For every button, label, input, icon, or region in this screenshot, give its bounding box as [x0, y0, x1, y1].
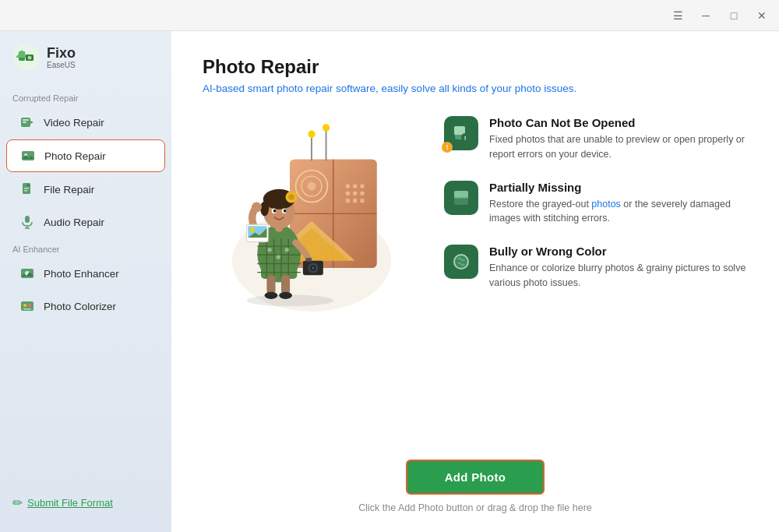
cannot-open-badge: !: [442, 142, 453, 153]
logo-text: Fixo EaseUS: [47, 46, 76, 70]
svg-point-87: [246, 294, 333, 306]
video-repair-label: Video Repair: [44, 117, 104, 129]
submit-icon: ✏: [12, 495, 23, 510]
section-corrupted-repair-label: Corrupted Repair: [0, 87, 171, 106]
sidebar-item-video-repair[interactable]: Video Repair: [6, 107, 165, 138]
svg-rect-10: [22, 151, 34, 160]
svg-text:!: !: [464, 135, 467, 142]
svg-point-36: [346, 192, 351, 196]
svg-point-74: [252, 203, 262, 213]
sidebar-item-photo-repair[interactable]: Photo Repair: [6, 139, 165, 172]
logo-area: Fixo EaseUS: [0, 44, 171, 87]
illustration-area: [203, 116, 421, 319]
svg-point-41: [346, 199, 351, 203]
content-area: ! ! Photo Can Not Be Opened Fixed photos…: [203, 116, 748, 444]
svg-rect-8: [23, 119, 29, 121]
main-content: Photo Repair AI-based smart photo repair…: [171, 31, 779, 532]
svg-point-43: [360, 199, 365, 203]
bottom-area: Add Photo Click the Add Photo button or …: [203, 460, 748, 513]
svg-rect-9: [23, 122, 26, 123]
feature-partially-missing: Partially Missing Restore the grayed-out…: [444, 181, 748, 227]
svg-rect-16: [24, 190, 27, 192]
sidebar-item-photo-colorizer[interactable]: Photo Colorizer: [6, 291, 165, 322]
file-repair-icon: [19, 181, 36, 198]
photo-repair-icon: [19, 147, 37, 164]
app-container: Fixo EaseUS Corrupted Repair Video Repai…: [0, 31, 779, 532]
svg-rect-15: [24, 188, 29, 189]
svg-point-24: [23, 304, 26, 307]
svg-point-49: [323, 124, 330, 131]
logo-name: Fixo: [47, 46, 76, 62]
svg-point-67: [260, 202, 269, 217]
svg-point-78: [312, 266, 315, 270]
maximize-button[interactable]: □: [726, 8, 742, 23]
svg-marker-7: [30, 121, 33, 124]
title-bar: ☰ ─ □ ✕: [0, 0, 779, 31]
section-ai-enhancer-label: AI Enhancer: [0, 238, 171, 257]
submit-file-format-label: Submit File Format: [27, 497, 113, 509]
file-repair-label: File Repair: [44, 184, 94, 196]
feature-icon-wrong-color: [444, 245, 478, 279]
page-subtitle: AI-based smart photo repair software, ea…: [203, 83, 748, 94]
submit-file-format-link[interactable]: ✏ Submit File Format: [0, 486, 171, 520]
feature-cannot-open-text: Photo Can Not Be Opened Fixed photos tha…: [489, 116, 748, 162]
svg-point-38: [353, 192, 358, 196]
svg-rect-89: [454, 126, 465, 135]
svg-point-5: [28, 56, 32, 60]
svg-point-85: [250, 227, 255, 232]
feature-icon-cannot-open: ! !: [444, 116, 478, 150]
features-area: ! ! Photo Can Not Be Opened Fixed photos…: [444, 116, 748, 291]
photo-repair-label: Photo Repair: [44, 150, 106, 162]
menu-button[interactable]: ☰: [670, 8, 686, 23]
sidebar: Fixo EaseUS Corrupted Repair Video Repai…: [0, 31, 171, 532]
feature-cannot-open: ! ! Photo Can Not Be Opened Fixed photos…: [444, 116, 748, 162]
svg-point-80: [267, 248, 272, 252]
feature-wrong-color-text: Bully or Wrong Color Enhance or colorize…: [489, 245, 748, 291]
svg-point-69: [288, 194, 294, 199]
svg-point-40: [360, 192, 365, 196]
photo-colorizer-icon: [19, 298, 36, 315]
sidebar-item-file-repair[interactable]: File Repair: [6, 174, 165, 205]
svg-point-82: [285, 248, 290, 252]
page-title: Photo Repair: [203, 56, 748, 78]
feature-icon-partially-missing: [444, 181, 478, 215]
svg-point-48: [308, 131, 315, 138]
partially-missing-icon: [452, 188, 471, 207]
svg-point-72: [273, 210, 277, 213]
audio-repair-icon: [19, 213, 36, 231]
add-photo-button[interactable]: Add Photo: [406, 460, 545, 495]
svg-point-34: [307, 182, 315, 191]
app-logo-icon: [12, 44, 41, 72]
video-repair-icon: [19, 114, 36, 131]
svg-point-73: [284, 210, 287, 213]
cannot-open-icon: !: [452, 124, 471, 143]
photo-repair-illustration: [210, 116, 413, 319]
svg-point-37: [353, 184, 358, 188]
svg-point-35: [346, 184, 351, 188]
wrong-color-icon: [452, 252, 471, 271]
sidebar-item-audio-repair[interactable]: Audio Repair: [6, 206, 165, 238]
svg-point-81: [277, 255, 281, 259]
svg-point-39: [360, 184, 365, 188]
feature-wrong-color: Bully or Wrong Color Enhance or colorize…: [444, 245, 748, 291]
audio-repair-label: Audio Repair: [44, 217, 104, 228]
svg-point-25: [28, 304, 31, 307]
svg-rect-60: [266, 275, 275, 293]
svg-rect-61: [281, 275, 290, 293]
photo-enhancer-icon: [19, 265, 36, 282]
drop-hint-text: Click the Add Photo button or drag & dro…: [358, 502, 592, 513]
close-button[interactable]: ✕: [754, 8, 770, 23]
svg-point-94: [456, 192, 460, 197]
logo-sub: EaseUS: [47, 61, 76, 69]
feature-partially-missing-text: Partially Missing Restore the grayed-out…: [489, 181, 748, 227]
minimize-button[interactable]: ─: [698, 8, 714, 23]
photo-colorizer-label: Photo Colorizer: [44, 301, 116, 312]
svg-point-42: [353, 199, 358, 203]
svg-rect-79: [306, 258, 312, 262]
sidebar-item-photo-enhancer[interactable]: Photo Enhancer: [6, 258, 165, 289]
svg-rect-26: [23, 308, 31, 310]
svg-rect-17: [25, 216, 30, 223]
photo-enhancer-label: Photo Enhancer: [44, 268, 119, 280]
